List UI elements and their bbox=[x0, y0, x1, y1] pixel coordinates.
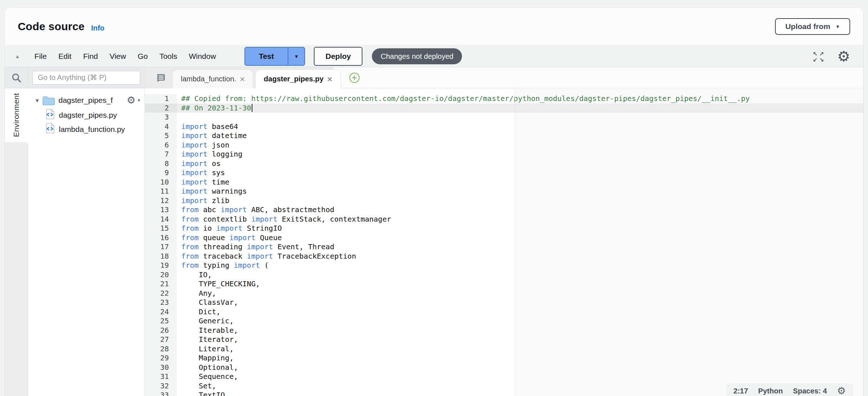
tab-close-icon[interactable]: × bbox=[327, 76, 332, 83]
editor-column: lambda_function.×dagster_pipes.py× 1## C… bbox=[145, 67, 863, 396]
left-strip: Environment bbox=[5, 67, 28, 396]
code-line-21[interactable]: 21 TYPE_CHECKING, bbox=[145, 279, 863, 289]
tab-bar: lambda_function.×dagster_pipes.py× bbox=[145, 67, 863, 88]
line-number: 27 bbox=[145, 335, 177, 344]
info-link[interactable]: Info bbox=[91, 24, 105, 32]
line-number: 19 bbox=[145, 261, 177, 270]
code-line-6[interactable]: 6import json bbox=[145, 141, 863, 150]
open-files-list-icon[interactable] bbox=[154, 72, 166, 84]
code-line-28[interactable]: 28 Literal, bbox=[145, 344, 863, 354]
code-line-12[interactable]: 12import zlib bbox=[145, 196, 863, 206]
code-line-5[interactable]: 5import datetime bbox=[145, 131, 863, 141]
menu-item-go[interactable]: Go bbox=[132, 52, 154, 61]
menu-item-file[interactable]: File bbox=[29, 52, 53, 61]
line-text: import base64 bbox=[177, 122, 238, 132]
test-dropdown-button[interactable]: ▼ bbox=[288, 48, 304, 65]
menu-item-view[interactable]: View bbox=[104, 52, 132, 61]
line-text: from typing import ( bbox=[177, 261, 269, 270]
collapse-arrow-icon[interactable]: ▲ bbox=[15, 53, 20, 59]
code-line-18[interactable]: 18from traceback import TracebackExcepti… bbox=[145, 252, 863, 261]
code-line-30[interactable]: 30 Optional, bbox=[145, 363, 863, 372]
line-text: from abc import ABC, abstractmethod bbox=[177, 205, 334, 215]
code-source-card: Code source Info Upload from ▼ ▲ FileEdi… bbox=[4, 7, 864, 396]
tab-list: lambda_function.×dagster_pipes.py× bbox=[173, 67, 343, 88]
line-text: from traceback import TracebackException bbox=[177, 252, 356, 261]
line-text: import datetime bbox=[177, 131, 247, 141]
code-line-9[interactable]: 9import sys bbox=[145, 168, 863, 178]
environment-tab[interactable]: Environment bbox=[5, 88, 28, 142]
code-line-22[interactable]: 22 Any, bbox=[145, 289, 863, 298]
line-number: 33 bbox=[145, 391, 177, 396]
line-text: Optional, bbox=[177, 363, 238, 372]
code-line-10[interactable]: 10import time bbox=[145, 178, 863, 187]
editor-menubar: ▲ FileEditFindViewGoToolsWindow Test ▼ D… bbox=[5, 45, 863, 67]
file-row-dagster-pipes-py[interactable]: dagster_pipes.py bbox=[28, 108, 145, 122]
code-line-4[interactable]: 4import base64 bbox=[145, 122, 863, 132]
menu-item-find[interactable]: Find bbox=[77, 52, 104, 61]
line-number: 18 bbox=[145, 252, 177, 261]
line-number: 26 bbox=[145, 326, 177, 335]
code-line-14[interactable]: 14from contextlib import ExitStack, cont… bbox=[145, 215, 863, 224]
code-line-29[interactable]: 29 Mapping, bbox=[145, 353, 863, 363]
settings-gear-icon[interactable]: ⚙ bbox=[837, 49, 850, 64]
line-text: Sequence, bbox=[177, 372, 238, 381]
tab-close-icon[interactable]: × bbox=[240, 76, 245, 83]
line-text: Set, bbox=[177, 381, 216, 391]
code-line-11[interactable]: 11import warnings bbox=[145, 187, 863, 196]
left-strip-filler bbox=[5, 142, 28, 396]
code-line-8[interactable]: 8import os bbox=[145, 159, 863, 169]
code-line-3[interactable]: 3 bbox=[145, 113, 863, 122]
search-icon[interactable] bbox=[11, 72, 22, 83]
code-line-15[interactable]: 15from io import StringIO bbox=[145, 224, 863, 233]
new-tab-plus-icon[interactable] bbox=[349, 72, 360, 84]
goto-anything-input[interactable] bbox=[32, 71, 140, 85]
main-area: Environment ▼ dagster_pipes_funct ⚙ bbox=[5, 67, 863, 396]
folder-icon bbox=[42, 96, 55, 105]
code-editor[interactable]: 1## Copied from: https://raw.githubuserc… bbox=[145, 88, 863, 396]
folder-expand-caret-icon[interactable]: ▼ bbox=[35, 97, 42, 104]
line-number: 12 bbox=[145, 196, 177, 206]
deploy-button[interactable]: Deploy bbox=[314, 47, 362, 66]
editor-settings-gear-icon[interactable]: ⚙ bbox=[837, 385, 846, 396]
code-line-1[interactable]: 1## Copied from: https://raw.githubuserc… bbox=[145, 94, 863, 104]
folder-name: dagster_pipes_funct bbox=[58, 96, 113, 105]
code-line-7[interactable]: 7import logging bbox=[145, 150, 863, 159]
code-line-31[interactable]: 31 Sequence, bbox=[145, 372, 863, 381]
file-row-lambda-function-py[interactable]: lambda_function.py bbox=[28, 122, 145, 136]
code-line-24[interactable]: 24 Dict, bbox=[145, 307, 863, 317]
tab-label: lambda_function. bbox=[181, 75, 236, 83]
menu-item-tools[interactable]: Tools bbox=[154, 52, 183, 61]
code-line-17[interactable]: 17from threading import Event, Thread bbox=[145, 242, 863, 252]
print-margin-line bbox=[515, 88, 515, 396]
code-line-26[interactable]: 26 Iterable, bbox=[145, 326, 863, 335]
tab-lambda-function[interactable]: lambda_function.× bbox=[173, 69, 253, 88]
upload-from-button[interactable]: Upload from ▼ bbox=[775, 18, 850, 35]
menu-item-edit[interactable]: Edit bbox=[53, 52, 77, 61]
code-line-13[interactable]: 13from abc import ABC, abstractmethod bbox=[145, 205, 863, 215]
code-line-16[interactable]: 16from queue import Queue bbox=[145, 233, 863, 243]
line-number: 3 bbox=[145, 113, 177, 122]
line-text: Any, bbox=[177, 289, 216, 298]
line-number: 29 bbox=[145, 353, 177, 363]
code-line-20[interactable]: 20 IO, bbox=[145, 270, 863, 280]
test-split-button[interactable]: Test ▼ bbox=[244, 47, 305, 66]
language-mode[interactable]: Python bbox=[758, 387, 783, 395]
code-line-2[interactable]: 2## On 2023-11-30 bbox=[145, 104, 863, 113]
code-line-25[interactable]: 25 Generic, bbox=[145, 316, 863, 326]
test-button[interactable]: Test bbox=[245, 48, 288, 65]
indent-setting[interactable]: Spaces: 4 bbox=[793, 387, 827, 395]
menu-item-window[interactable]: Window bbox=[183, 52, 222, 61]
file-list: dagster_pipes.pylambda_function.py bbox=[28, 108, 145, 136]
fullscreen-icon[interactable]: ↖↗↙↘ bbox=[813, 51, 825, 62]
folder-row[interactable]: ▼ dagster_pipes_funct ⚙ ▼ bbox=[28, 93, 145, 108]
tab-dagster-pipes-py[interactable]: dagster_pipes.py× bbox=[255, 69, 341, 88]
folder-settings-menu[interactable]: ⚙ ▼ bbox=[127, 94, 141, 106]
menu-items: FileEditFindViewGoToolsWindow bbox=[29, 52, 222, 61]
code-line-23[interactable]: 23 ClassVar, bbox=[145, 298, 863, 307]
line-text: Mapping, bbox=[177, 353, 234, 363]
cursor-position[interactable]: 2:17 bbox=[734, 387, 748, 395]
line-text: import sys bbox=[177, 168, 225, 178]
search-icon-cell bbox=[5, 67, 28, 88]
code-line-19[interactable]: 19from typing import ( bbox=[145, 261, 863, 270]
code-line-27[interactable]: 27 Iterator, bbox=[145, 335, 863, 344]
